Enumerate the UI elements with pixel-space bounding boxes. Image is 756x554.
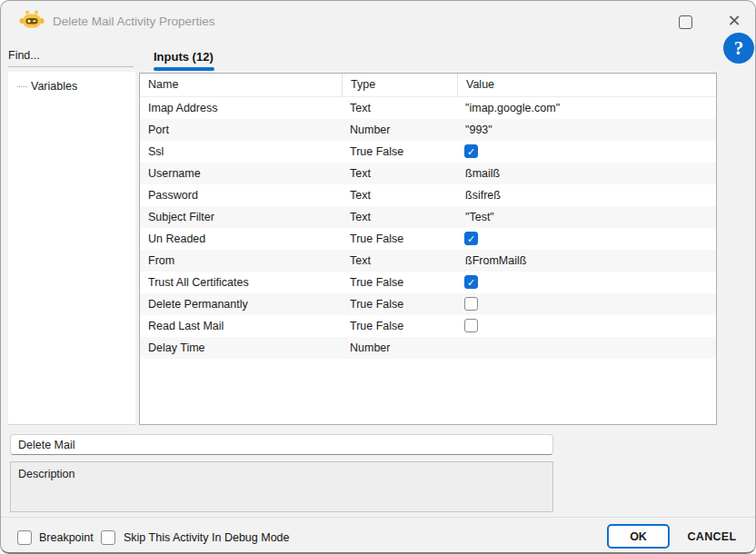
tab-inputs[interactable]: Inputs (12): [154, 48, 214, 64]
row-value-cell[interactable]: "993": [457, 119, 716, 141]
table-row[interactable]: Un ReadedTrue False✓: [140, 228, 716, 250]
ok-button[interactable]: OK: [607, 524, 670, 549]
table-row[interactable]: Delay TimeNumber: [140, 337, 716, 359]
close-icon[interactable]: ✕: [724, 11, 744, 31]
row-value-cell[interactable]: [457, 293, 716, 315]
variables-tree-panel: Variables: [8, 72, 135, 425]
table-row[interactable]: Trust All CertificatesTrue False✓: [140, 272, 716, 293]
robot-app-icon: [19, 9, 45, 32]
row-value-cell[interactable]: ßFromMailß: [457, 250, 716, 272]
column-header-type[interactable]: Type: [342, 74, 457, 96]
row-type-cell: Text: [342, 250, 457, 272]
description-box[interactable]: Description: [10, 461, 553, 512]
value-checkbox[interactable]: ✓: [464, 232, 478, 245]
help-icon[interactable]: ?: [723, 33, 754, 64]
tree-connector: [17, 86, 27, 87]
row-value-cell[interactable]: ✓: [457, 228, 716, 250]
table-row[interactable]: Read Last MailTrue False: [140, 315, 716, 337]
table-row[interactable]: Imap AddressText"imap.google.com": [140, 97, 716, 119]
row-name-cell: Trust All Certificates: [140, 272, 342, 293]
find-input[interactable]: [8, 45, 134, 67]
row-value-cell[interactable]: ßsifreß: [457, 184, 716, 206]
row-name-cell: Port: [140, 119, 342, 141]
row-name-cell: From: [140, 250, 342, 272]
dialog-window: Delete Mail Activity Properties ✕ ? Vari…: [0, 0, 756, 554]
skip-debug-checkbox[interactable]: [101, 530, 115, 545]
value-checkbox[interactable]: ✓: [464, 144, 478, 158]
value-checkbox[interactable]: [464, 319, 478, 332]
table-row[interactable]: FromTextßFromMailß: [140, 250, 716, 272]
row-name-cell: Subject Filter: [140, 206, 342, 228]
title-bar: Delete Mail Activity Properties ✕: [1, 1, 755, 42]
row-type-cell: Text: [342, 184, 457, 206]
window-title: Delete Mail Activity Properties: [53, 15, 215, 28]
value-checkbox[interactable]: [464, 297, 478, 311]
row-value-cell[interactable]: ✓: [457, 272, 716, 293]
table-row[interactable]: PortNumber"993": [140, 119, 716, 141]
row-name-cell: Delay Time: [140, 337, 342, 359]
table-row[interactable]: PasswordTextßsifreß: [140, 184, 716, 206]
row-type-cell: Number: [342, 119, 457, 141]
row-name-cell: Un Readed: [140, 228, 342, 250]
maximize-button[interactable]: [679, 15, 692, 29]
grid-body: Imap AddressText"imap.google.com"PortNum…: [140, 97, 716, 359]
tab-active-indicator: [154, 67, 214, 71]
breakpoint-checkbox[interactable]: [17, 530, 32, 545]
row-name-cell: Delete Permanantly: [140, 293, 342, 315]
footer-divider: [1, 517, 755, 518]
row-type-cell: True False: [342, 141, 457, 163]
row-name-cell: Password: [140, 184, 342, 206]
row-value-cell[interactable]: [457, 315, 716, 337]
value-checkbox[interactable]: ✓: [464, 275, 478, 289]
breakpoint-label: Breakpoint: [39, 531, 94, 544]
table-row[interactable]: UsernameTextßmailß: [140, 163, 716, 184]
column-header-name[interactable]: Name: [140, 74, 342, 96]
cancel-button[interactable]: CANCEL: [678, 524, 746, 549]
grid-header: Name Type Value: [140, 74, 716, 97]
row-type-cell: Text: [342, 97, 457, 119]
row-type-cell: True False: [342, 293, 457, 315]
table-row[interactable]: Delete PermanantlyTrue False: [140, 293, 716, 315]
row-name-cell: Ssl: [140, 141, 342, 163]
tree-item-variables[interactable]: Variables: [8, 76, 135, 98]
row-type-cell: True False: [342, 228, 457, 250]
column-header-value[interactable]: Value: [457, 74, 716, 96]
row-type-cell: Text: [342, 206, 457, 228]
row-type-cell: Number: [342, 337, 457, 359]
row-value-cell[interactable]: ✓: [457, 141, 716, 163]
activity-name-input[interactable]: [10, 434, 553, 455]
row-name-cell: Imap Address: [140, 97, 342, 119]
row-name-cell: Username: [140, 163, 342, 184]
inputs-grid: Name Type Value Imap AddressText"imap.go…: [139, 73, 717, 425]
row-value-cell[interactable]: ßmailß: [457, 163, 716, 184]
row-type-cell: Text: [342, 163, 457, 184]
table-row[interactable]: SslTrue False✓: [140, 141, 716, 163]
table-row[interactable]: Subject FilterText"Test": [140, 206, 716, 228]
row-value-cell[interactable]: [457, 337, 716, 359]
row-value-cell[interactable]: "imap.google.com": [457, 97, 716, 119]
row-type-cell: True False: [342, 272, 457, 293]
row-value-cell[interactable]: "Test": [457, 206, 716, 228]
row-type-cell: True False: [342, 315, 457, 337]
skip-debug-label: Skip This Activity In Debug Mode: [124, 531, 290, 544]
row-name-cell: Read Last Mail: [140, 315, 342, 337]
